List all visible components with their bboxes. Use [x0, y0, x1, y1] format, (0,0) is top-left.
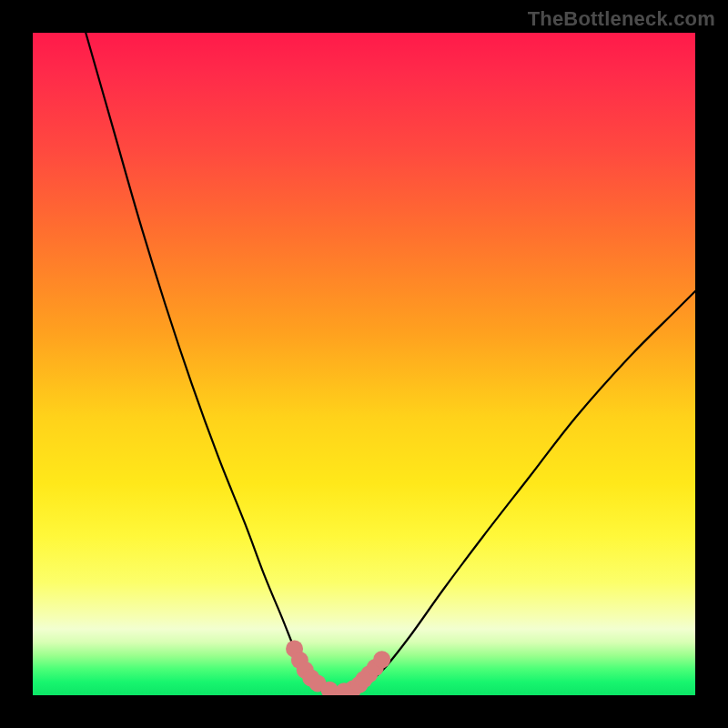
- transition-marker: [373, 651, 390, 668]
- plot-area: [33, 33, 695, 695]
- bottleneck-curve: [86, 33, 695, 693]
- watermark-text: TheBottleneck.com: [528, 7, 715, 31]
- curve-layer: [33, 33, 695, 695]
- chart-frame: TheBottleneck.com: [0, 0, 728, 728]
- transition-markers-group: [286, 641, 390, 695]
